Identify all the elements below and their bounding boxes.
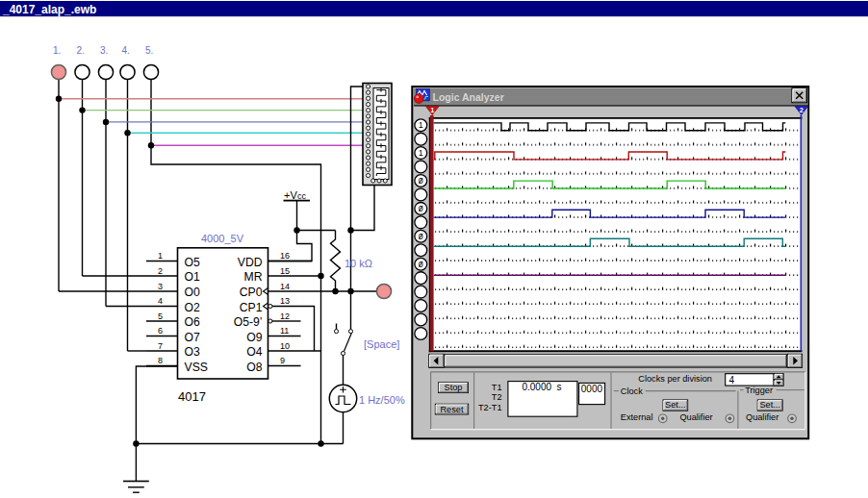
svg-text:T1: T1 <box>492 383 502 392</box>
svg-text:Set...: Set... <box>759 400 779 410</box>
svg-text:O6: O6 <box>185 315 200 329</box>
svg-text:Reset: Reset <box>440 405 463 414</box>
svg-text:cc: cc <box>297 191 307 201</box>
svg-text:3.: 3. <box>100 45 108 56</box>
svg-text:O5: O5 <box>185 256 200 269</box>
svg-text:1: 1 <box>158 251 163 261</box>
svg-text:2.: 2. <box>77 45 85 56</box>
svg-text:2: 2 <box>800 106 804 114</box>
svg-text:15: 15 <box>280 266 290 276</box>
svg-text:T2: T2 <box>492 392 502 402</box>
svg-text:4.: 4. <box>122 45 130 56</box>
svg-text:Set...: Set... <box>665 400 685 410</box>
svg-text:[Space]: [Space] <box>364 338 399 350</box>
svg-text:VDD: VDD <box>238 256 263 269</box>
svg-text:CP1: CP1 <box>240 301 263 314</box>
svg-text:+V: +V <box>284 189 297 201</box>
svg-text:_4017_alap_.ewb: _4017_alap_.ewb <box>2 3 96 16</box>
svg-text:O9: O9 <box>246 331 262 344</box>
svg-text:1: 1 <box>430 106 434 114</box>
svg-text:Trigger: Trigger <box>745 386 773 395</box>
svg-text:4: 4 <box>729 375 735 386</box>
svg-text:4000_5V: 4000_5V <box>201 233 244 244</box>
svg-text:Qualifier: Qualifier <box>679 412 712 422</box>
svg-text:10: 10 <box>280 341 290 351</box>
svg-text:0.0000 s: 0.0000 s <box>522 382 561 392</box>
svg-text:8: 8 <box>158 356 163 365</box>
svg-text:16: 16 <box>280 251 290 261</box>
svg-text:Logic Analyzer: Logic Analyzer <box>433 91 504 103</box>
svg-text:1.: 1. <box>53 45 61 56</box>
svg-text:12: 12 <box>280 311 290 321</box>
svg-text:7: 7 <box>158 341 163 351</box>
svg-text:9: 9 <box>280 356 285 365</box>
svg-text:O8: O8 <box>246 361 262 374</box>
svg-text:14: 14 <box>280 282 290 291</box>
svg-text:5: 5 <box>158 311 163 321</box>
svg-text:5.: 5. <box>145 45 153 56</box>
svg-text:O4: O4 <box>246 345 262 359</box>
svg-text:10 kΩ: 10 kΩ <box>345 258 372 269</box>
svg-text:1: 1 <box>419 120 423 130</box>
svg-text:4: 4 <box>158 296 163 306</box>
svg-text:1 Hz/50%: 1 Hz/50% <box>359 394 405 406</box>
svg-text:VSS: VSS <box>185 361 208 374</box>
svg-text:Stop: Stop <box>445 383 463 392</box>
svg-text:2: 2 <box>158 266 163 276</box>
svg-text:External: External <box>621 412 653 422</box>
svg-text:Clocks per division: Clocks per division <box>638 374 712 384</box>
svg-text:4017: 4017 <box>178 389 206 404</box>
svg-text:MR: MR <box>244 270 263 284</box>
svg-text:O0: O0 <box>185 286 200 299</box>
svg-text:Clock: Clock <box>621 386 643 396</box>
svg-text:0000: 0000 <box>581 384 603 394</box>
svg-text:O7: O7 <box>185 331 200 344</box>
svg-text:6: 6 <box>158 326 163 336</box>
svg-text:O3: O3 <box>185 345 200 359</box>
svg-text:1: 1 <box>419 148 423 158</box>
svg-text:O2: O2 <box>185 301 200 314</box>
svg-text:Qualifier: Qualifier <box>746 412 779 422</box>
svg-text:11: 11 <box>280 326 289 336</box>
svg-text:CP0: CP0 <box>240 286 263 299</box>
svg-text:13: 13 <box>280 296 290 306</box>
svg-text:3: 3 <box>158 282 163 291</box>
svg-text:O5-9’: O5-9’ <box>234 315 263 329</box>
svg-text:T2-T1: T2-T1 <box>478 403 502 412</box>
svg-text:O1: O1 <box>185 270 200 284</box>
